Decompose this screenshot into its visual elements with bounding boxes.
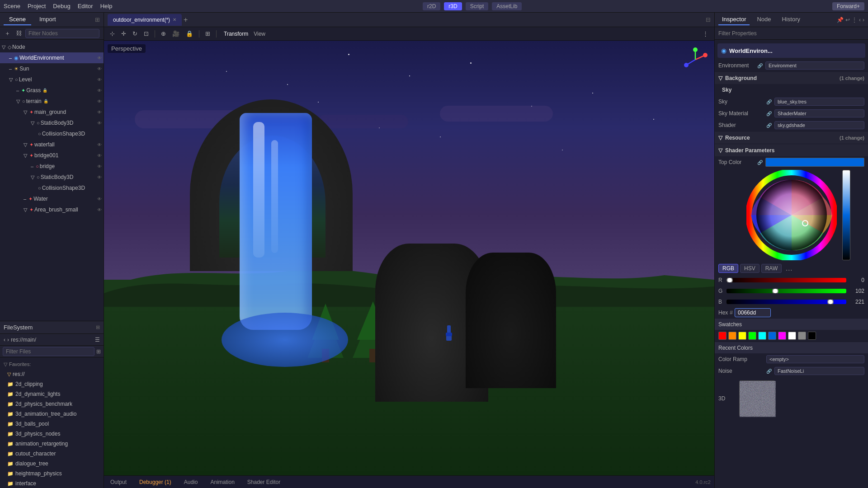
- menu-project[interactable]: Project: [28, 3, 46, 9]
- chain-btn[interactable]: ⛓: [14, 29, 24, 38]
- fs-item-3d-physics[interactable]: 📁 3d_physics_nodes: [0, 429, 104, 439]
- sky-material-value[interactable]: ShaderMater: [774, 109, 864, 117]
- tree-node-waterfall[interactable]: ▽ ✦ waterfall 👁: [0, 139, 104, 150]
- vp-grid-btn[interactable]: ⊞: [203, 29, 212, 38]
- fs-item-heightmap[interactable]: 📁 heightmap_physics: [0, 469, 104, 479]
- color-tab-rgb[interactable]: RGB: [718, 264, 738, 273]
- tree-node-grass[interactable]: – ✦ Grass 🔒 👁: [0, 85, 104, 96]
- tab-close-btn[interactable]: ✕: [173, 17, 176, 22]
- vp-camera-btn[interactable]: 🎥: [170, 29, 182, 38]
- search-btn[interactable]: 🔍: [101, 29, 104, 38]
- fs-item-res[interactable]: ▽ res://: [0, 369, 104, 379]
- tab-history[interactable]: History: [778, 14, 804, 25]
- tree-node-staticbody1[interactable]: ▽ ○ StaticBody3D 👁: [0, 117, 104, 128]
- swatch-red[interactable]: [718, 332, 726, 340]
- water-eye-icon[interactable]: 👁: [97, 197, 102, 202]
- swatch-gray[interactable]: [798, 332, 806, 340]
- tab-audio[interactable]: Audio: [181, 478, 201, 486]
- fs-item-2d-lights[interactable]: 📁 2d_dynamic_lights: [0, 389, 104, 399]
- swatch-blue[interactable]: [768, 332, 776, 340]
- staticbody1-eye-icon[interactable]: 👁: [97, 121, 102, 126]
- tab-add-btn[interactable]: +: [184, 16, 188, 24]
- fs-back-btn[interactable]: ‹: [4, 337, 5, 343]
- vp-snap-btn[interactable]: ⊕: [159, 29, 168, 38]
- menu-editor[interactable]: Editor: [78, 3, 93, 9]
- vp-select-btn[interactable]: ⊹: [108, 29, 117, 38]
- grass-eye-icon[interactable]: 👁: [97, 88, 102, 93]
- swatch-magenta[interactable]: [778, 332, 786, 340]
- fs-layout-btn[interactable]: ☰: [95, 337, 100, 343]
- fs-item-cutout[interactable]: 📁 cutout_character: [0, 449, 104, 459]
- staticbody2-eye-icon[interactable]: 👁: [97, 175, 102, 180]
- add-node-btn[interactable]: ＋: [3, 28, 12, 38]
- bridge-eye-icon[interactable]: 👁: [97, 164, 102, 169]
- menu-help[interactable]: Help: [100, 3, 113, 9]
- tree-node-collision1[interactable]: ○ CollisionShape3D: [0, 128, 104, 139]
- b-slider[interactable]: [726, 300, 846, 304]
- mode-assetlib-btn[interactable]: AssetLib: [492, 2, 522, 10]
- swatch-orange[interactable]: [728, 332, 736, 340]
- fs-forward-btn[interactable]: ›: [7, 337, 9, 343]
- swatch-white[interactable]: [788, 332, 796, 340]
- tree-node-areabrush[interactable]: ▽ ✦ Area_brush_small 👁: [0, 204, 104, 215]
- vp-scale-btn[interactable]: ⊡: [142, 29, 151, 38]
- color-wheel-svg[interactable]: [746, 170, 837, 260]
- insp-nav-back[interactable]: ‹: [859, 17, 861, 23]
- vp-move-btn[interactable]: ✛: [119, 29, 128, 38]
- fs-item-3d-anim[interactable]: 📁 3d_animation_tree_audio: [0, 409, 104, 419]
- top-color-preview[interactable]: [765, 158, 864, 167]
- tab-shader-editor[interactable]: Shader Editor: [245, 478, 283, 486]
- tree-node-root[interactable]: ▽ ◇ Node: [0, 42, 104, 52]
- fs-item-interface[interactable]: 📁 interface: [0, 479, 104, 488]
- insp-nav-fwd[interactable]: ›: [863, 17, 864, 23]
- env-env-value[interactable]: Environment: [765, 61, 864, 70]
- menu-debug[interactable]: Debug: [53, 3, 70, 9]
- vp-transform-label[interactable]: Transform: [224, 31, 248, 37]
- color-tab-hsv[interactable]: HSV: [740, 264, 760, 273]
- level-eye-icon[interactable]: 👁: [97, 77, 102, 82]
- fs-item-anim-retarget[interactable]: 📁 animation_retargeting: [0, 439, 104, 449]
- fs-expand-btn[interactable]: ⊞: [96, 324, 100, 330]
- fs-item-2d-clipping[interactable]: 📁 2d_clipping: [0, 379, 104, 389]
- g-slider[interactable]: [726, 289, 846, 293]
- hex-input[interactable]: [735, 308, 771, 317]
- sun-eye-icon[interactable]: 👁: [97, 66, 102, 71]
- shader-value[interactable]: sky.gdshade: [774, 121, 864, 129]
- color-ramp-value[interactable]: <empty>: [766, 355, 864, 363]
- worldenv-eye-icon[interactable]: 👁: [97, 56, 102, 61]
- tree-node-collision2[interactable]: ○ CollisionShape3D: [0, 183, 104, 193]
- areabrush-eye-icon[interactable]: 👁: [97, 207, 102, 212]
- color-tab-more-btn[interactable]: …: [783, 264, 794, 273]
- insp-pin-btn[interactable]: 📌: [837, 17, 844, 23]
- mode-3d-btn[interactable]: r3D: [444, 2, 462, 10]
- filter-nodes-input[interactable]: [25, 29, 99, 38]
- tree-node-water[interactable]: – ✦ Water 👁: [0, 193, 104, 204]
- forward-btn[interactable]: Forward+: [832, 2, 864, 10]
- viewport-gizmo[interactable]: [682, 46, 709, 73]
- tree-node-staticbody2[interactable]: ▽ ○ StaticBody3D 👁: [0, 172, 104, 183]
- tab-inspector[interactable]: Inspector: [718, 14, 750, 25]
- sky-prop-value[interactable]: blue_sky.tres: [774, 98, 864, 106]
- waterfall-eye-icon[interactable]: 👁: [97, 142, 102, 147]
- terrain-eye-icon[interactable]: 👁: [97, 99, 102, 104]
- tree-node-bridge[interactable]: – ○ bridge 👁: [0, 161, 104, 172]
- fs-item-3d-balls[interactable]: 📁 3d_balls_pool: [0, 419, 104, 429]
- color-tab-raw[interactable]: RAW: [761, 264, 782, 273]
- fs-item-2d-physics[interactable]: 📁 2d_physics_benchmark: [0, 399, 104, 409]
- section-shader-params[interactable]: ▽ Shader Parameters: [715, 144, 868, 156]
- tab-scene[interactable]: Scene: [4, 14, 31, 25]
- vp-lock-btn[interactable]: 🔒: [184, 29, 195, 38]
- viewport-canvas[interactable]: Perspective: [104, 41, 714, 475]
- tab-animation[interactable]: Animation: [208, 478, 237, 486]
- mode-2d-btn[interactable]: r2D: [423, 2, 440, 10]
- section-background[interactable]: ▽ Background (1 change): [715, 71, 868, 84]
- section-resource[interactable]: ▽ Resource (1 change): [715, 131, 868, 144]
- tree-node-terrain[interactable]: ▽ ○ terrain 🔒 👁: [0, 96, 104, 107]
- insp-history-btn[interactable]: ↩: [845, 17, 850, 23]
- tab-output[interactable]: Output: [108, 478, 129, 486]
- tree-node-mainground[interactable]: ▽ ✦ main_ground 👁: [0, 107, 104, 117]
- fs-filter-input[interactable]: [3, 347, 94, 356]
- tab-import[interactable]: Import: [34, 14, 61, 25]
- noise-value[interactable]: FastNoiseLi: [774, 367, 864, 375]
- tab-debugger[interactable]: Debugger (1): [137, 478, 174, 486]
